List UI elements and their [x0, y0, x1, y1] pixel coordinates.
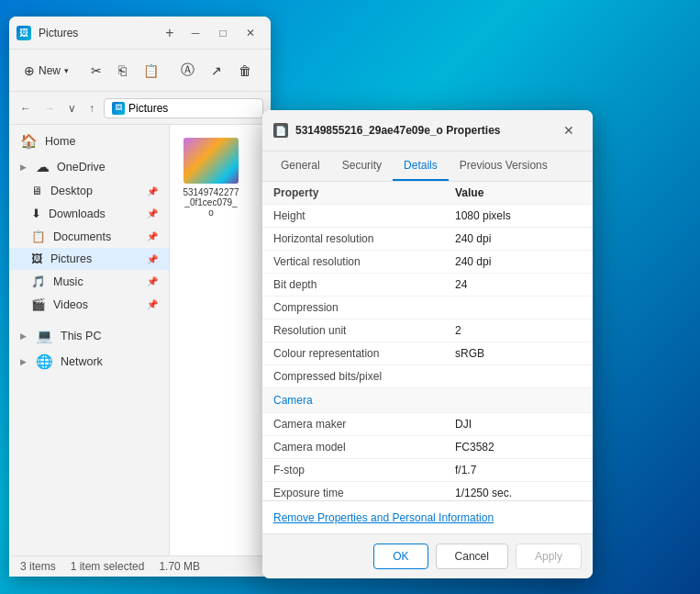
tab-security[interactable]: Security	[331, 151, 393, 181]
thispc-icon: 💻	[36, 328, 53, 344]
address-bar: ← → ∨ ↑ 🖼 Pictures	[9, 92, 271, 125]
table-row: Compressed bits/pixel	[262, 365, 593, 388]
desktop-pin-icon: 📌	[147, 186, 158, 196]
explorer-window: 🖼 Pictures + ─ □ ✕ ⊕ New ▾ ✂ ⎗ 📋 Ⓐ ↗	[9, 17, 271, 577]
sidebar-item-pictures[interactable]: 🖼 Pictures 📌	[9, 248, 169, 270]
tab-general[interactable]: General	[270, 151, 331, 181]
prop-compression-value	[444, 297, 593, 319]
prop-bitdepth-value: 24	[444, 274, 593, 297]
videos-pin-icon: 📌	[147, 299, 158, 309]
paste-button[interactable]: 📋	[136, 60, 166, 82]
prop-compression-label: Compression	[262, 297, 444, 319]
onedrive-icon: ☁	[36, 159, 50, 175]
delete-button[interactable]: 🗑	[231, 60, 259, 82]
sidebar-item-network[interactable]: ▶ 🌐 Network	[9, 349, 169, 375]
selected-count: 1 item selected	[71, 560, 145, 573]
sidebar-item-documents[interactable]: 📋 Documents 📌	[9, 225, 169, 248]
table-row: Colour representation sRGB	[262, 342, 593, 365]
prop-colrepr-value: sRGB	[444, 342, 593, 365]
rename-icon: Ⓐ	[181, 62, 194, 79]
sidebar-label-thispc: This PC	[61, 330, 101, 342]
sidebar-label-home: Home	[45, 135, 75, 148]
status-bar: 3 items 1 item selected 1.70 MB	[9, 555, 271, 577]
prop-cameramodel-value: FC3582	[444, 436, 593, 459]
ok-button[interactable]: OK	[373, 544, 428, 569]
prop-exposure-value: 1/1250 sec.	[444, 482, 593, 501]
list-item[interactable]: 53149742277_0f1cec079_o	[179, 134, 243, 221]
file-size: 1.70 MB	[159, 560, 200, 573]
downloads-pin-icon: 📌	[147, 208, 158, 219]
sidebar-item-videos[interactable]: 🎬 Videos 📌	[9, 293, 169, 316]
new-label: New	[39, 64, 61, 77]
section-camera-label: Camera	[262, 388, 593, 413]
properties-scroll[interactable]: Property Value Height 1080 pixels Horizo…	[262, 182, 593, 500]
prop-fstop-value: f/1.7	[444, 459, 593, 482]
new-chevron: ▾	[64, 66, 69, 75]
close-button[interactable]: ✕	[238, 20, 263, 46]
section-camera: Camera	[262, 388, 593, 413]
new-button[interactable]: ⊕ New ▾	[17, 60, 76, 82]
table-row: Vertical resolution 240 dpi	[262, 251, 593, 274]
remove-properties-link[interactable]: Remove Properties and Personal Informati…	[273, 511, 494, 524]
network-expand-icon: ▶	[20, 357, 27, 366]
remove-link-row: Remove Properties and Personal Informati…	[262, 500, 593, 533]
prop-height-value: 1080 pixels	[444, 205, 593, 228]
table-row: Height 1080 pixels	[262, 205, 593, 228]
title-bar: 🖼 Pictures + ─ □ ✕	[9, 17, 271, 50]
sidebar-item-onedrive[interactable]: ▶ ☁ OneDrive	[9, 154, 169, 180]
home-icon: 🏠	[20, 133, 38, 150]
files-area: 53149742277_0f1cec079_o	[170, 125, 271, 555]
music-pin-icon: 📌	[147, 276, 158, 286]
toolbar: ⊕ New ▾ ✂ ⎗ 📋 Ⓐ ↗ 🗑 ↕ Sort ▾ ⊡	[9, 50, 271, 92]
sidebar-item-thispc[interactable]: ▶ 💻 This PC	[9, 323, 169, 349]
item-count: 3 items	[20, 560, 56, 573]
prop-compressed-label: Compressed bits/pixel	[262, 365, 444, 388]
cancel-button[interactable]: Cancel	[436, 544, 508, 569]
prop-cameramaker-label: Camera maker	[262, 413, 444, 436]
sidebar: 🏠 Home ▶ ☁ OneDrive 🖥 Desktop 📌 ⬇ Downlo…	[9, 125, 170, 555]
tab-previous-versions[interactable]: Previous Versions	[449, 151, 559, 181]
sidebar-item-home[interactable]: 🏠 Home	[9, 129, 169, 154]
prop-colrepr-label: Colour representation	[262, 342, 444, 365]
prop-vres-value: 240 dpi	[444, 251, 593, 274]
desktop-icon: 🖥	[31, 185, 43, 197]
share-button[interactable]: ↗	[204, 60, 229, 82]
file-thumbnail	[183, 138, 239, 184]
sidebar-item-music[interactable]: 🎵 Music 📌	[9, 270, 169, 293]
copy-button[interactable]: ⎗	[111, 59, 134, 82]
cut-button[interactable]: ✂	[83, 60, 109, 82]
rename-button[interactable]: Ⓐ	[173, 58, 202, 83]
properties-table: Property Value Height 1080 pixels Horizo…	[262, 182, 593, 500]
sidebar-item-downloads[interactable]: ⬇ Downloads 📌	[9, 202, 169, 225]
col-value: Value	[444, 182, 593, 205]
table-row: Camera model FC3582	[262, 436, 593, 459]
up-button[interactable]: ↑	[85, 98, 98, 118]
sidebar-label-documents: Documents	[53, 230, 111, 243]
window-title: Pictures	[39, 27, 153, 39]
music-icon: 🎵	[31, 275, 46, 288]
down-button[interactable]: ∨	[64, 98, 80, 118]
prop-fstop-label: F-stop	[262, 459, 444, 482]
minimize-button[interactable]: ─	[183, 20, 208, 46]
add-tab-button[interactable]: +	[157, 20, 183, 46]
maximize-button[interactable]: □	[210, 20, 236, 46]
videos-icon: 🎬	[31, 297, 46, 311]
sidebar-item-desktop[interactable]: 🖥 Desktop 📌	[9, 180, 169, 202]
pictures-icon: 🖼	[31, 252, 43, 265]
cut-icon: ✂	[91, 63, 102, 78]
sidebar-label-downloads: Downloads	[49, 207, 106, 220]
tab-details[interactable]: Details	[393, 151, 449, 181]
forward-button[interactable]: →	[40, 98, 59, 118]
dialog-close-button[interactable]: ✕	[556, 118, 582, 143]
sidebar-label-music: Music	[53, 275, 83, 288]
pictures-pin-icon: 📌	[147, 254, 158, 264]
sort-button[interactable]: ↕ Sort ▾	[266, 60, 271, 82]
breadcrumb[interactable]: 🖼 Pictures	[104, 98, 263, 118]
properties-dialog: 📄 53149855216_29ae47e09e_o Properties ✕ …	[262, 110, 593, 578]
share-icon: ↗	[211, 63, 222, 78]
sidebar-label-onedrive: OneDrive	[57, 161, 106, 174]
new-icon: ⊕	[24, 63, 35, 78]
sidebar-label-videos: Videos	[53, 298, 88, 311]
back-button[interactable]: ←	[17, 98, 35, 118]
apply-button[interactable]: Apply	[516, 544, 582, 569]
